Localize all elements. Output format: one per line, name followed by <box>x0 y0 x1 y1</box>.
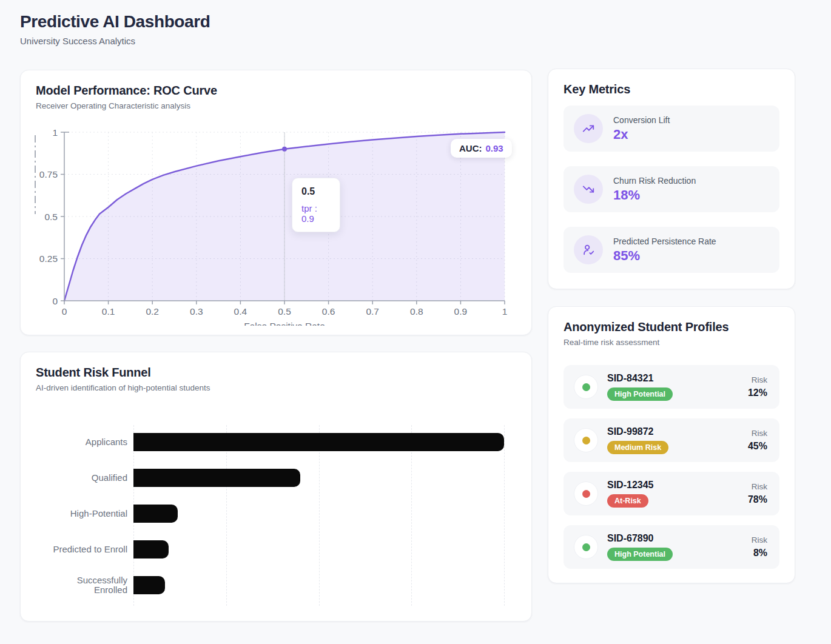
metric-value: 2x <box>613 127 670 143</box>
funnel-gridline <box>411 425 412 606</box>
risk-value: 8% <box>752 548 767 558</box>
student-profiles-title: Anonymized Student Profiles <box>564 320 779 334</box>
funnel-category-label: High-Potential <box>45 505 127 523</box>
auc-label: AUC: <box>459 143 482 153</box>
page-title: Predictive AI Dashboard <box>20 12 210 32</box>
student-info: SID-12345 At-Risk <box>607 480 654 508</box>
student-profiles-card: Anonymized Student Profiles Real-time ri… <box>548 306 795 583</box>
metric-label: Conversion Lift <box>613 115 670 125</box>
svg-text:0.2: 0.2 <box>146 306 159 317</box>
svg-text:0.1: 0.1 <box>102 306 115 317</box>
funnel-chart[interactable]: ApplicantsQualifiedHigh-PotentialPredict… <box>21 352 531 621</box>
page-subtitle: University Success Analytics <box>20 36 210 46</box>
student-info: SID-67890 High Potential <box>607 533 673 561</box>
avatar <box>574 428 598 452</box>
key-metrics-card: Key Metrics Conversion Lift 2x Churn Ris… <box>548 69 795 289</box>
roc-highlight-point <box>282 147 287 152</box>
avatar <box>574 481 598 506</box>
svg-text:0.8: 0.8 <box>410 306 423 317</box>
metric-item: Predicted Persistence Rate 85% <box>564 227 779 273</box>
risk-block: Risk 12% <box>748 375 767 398</box>
chart-tooltip: 0.5 tpr : 0.9 <box>292 178 340 232</box>
risk-block: Risk 45% <box>748 429 767 452</box>
status-badge: At-Risk <box>607 494 648 508</box>
svg-text:1: 1 <box>502 306 508 317</box>
funnel-category-label: Predicted to Enroll <box>45 540 127 558</box>
funnel-gridline <box>319 425 320 606</box>
svg-text:0.5: 0.5 <box>44 212 58 222</box>
trending-up-icon <box>574 114 603 143</box>
user-check-icon <box>574 235 603 264</box>
key-metrics-title: Key Metrics <box>564 82 779 96</box>
funnel-bar[interactable] <box>133 576 165 594</box>
dashboard-page: Predictive AI Dashboard University Succe… <box>0 0 831 644</box>
metric-text: Conversion Lift 2x <box>613 115 670 143</box>
svg-text:1: 1 <box>52 127 58 138</box>
risk-label: Risk <box>748 482 767 491</box>
svg-text:0: 0 <box>62 306 67 317</box>
funnel-bar[interactable] <box>133 505 178 523</box>
student-row[interactable]: SID-12345 At-Risk Risk 78% <box>564 472 779 515</box>
metric-value: 18% <box>613 187 696 203</box>
metrics-list: Conversion Lift 2x Churn Risk Reduction … <box>564 106 779 287</box>
funnel-bar[interactable] <box>133 469 300 487</box>
metric-item: Churn Risk Reduction 18% <box>564 166 779 212</box>
metric-value: 85% <box>613 248 716 264</box>
svg-text:0.5: 0.5 <box>278 306 291 317</box>
student-profiles-subtitle: Real-time risk assessment <box>564 338 779 347</box>
tooltip-tpr-value: tpr : 0.9 <box>301 203 331 224</box>
funnel-bar[interactable] <box>133 540 169 558</box>
student-id: SID-99872 <box>607 426 668 437</box>
roc-chart[interactable]: 00.250.50.75100.10.20.30.40.50.60.70.80.… <box>21 70 533 326</box>
funnel-gridline <box>504 425 505 606</box>
svg-text:0.6: 0.6 <box>322 306 335 317</box>
students-list: SID-84321 High Potential Risk 12% SID-99… <box>564 365 779 579</box>
svg-text:0.75: 0.75 <box>39 169 58 179</box>
status-badge: High Potential <box>607 387 673 401</box>
auc-badge: AUC: 0.93 <box>451 139 512 158</box>
funnel-category-label: Qualified <box>45 469 127 487</box>
auc-value: 0.93 <box>486 143 503 153</box>
student-id: SID-67890 <box>607 533 673 544</box>
student-row[interactable]: SID-99872 Medium Risk Risk 45% <box>564 418 779 462</box>
risk-label: Risk <box>748 375 767 384</box>
svg-text:0.4: 0.4 <box>234 306 247 317</box>
student-row[interactable]: SID-84321 High Potential Risk 12% <box>564 365 779 409</box>
risk-value: 78% <box>748 494 767 505</box>
key-metrics-header: Key Metrics <box>564 82 779 96</box>
status-badge: High Potential <box>607 548 673 561</box>
svg-text:0.7: 0.7 <box>366 306 379 317</box>
funnel-category-label: Successfully Enrolled <box>45 576 127 594</box>
funnel-bar[interactable] <box>133 433 504 451</box>
student-info: SID-99872 Medium Risk <box>607 426 668 454</box>
risk-value: 45% <box>748 441 767 452</box>
status-dot-icon <box>582 437 590 444</box>
metric-text: Predicted Persistence Rate 85% <box>613 236 716 264</box>
svg-text:0.25: 0.25 <box>39 253 58 264</box>
metric-text: Churn Risk Reduction 18% <box>613 176 696 203</box>
avatar <box>574 535 598 559</box>
student-profiles-header: Anonymized Student Profiles Real-time ri… <box>564 320 779 347</box>
status-badge: Medium Risk <box>607 441 668 454</box>
svg-text:0.9: 0.9 <box>454 306 468 317</box>
roc-curve-plot[interactable]: 00.250.50.75100.10.20.30.40.50.60.70.80.… <box>21 70 533 326</box>
risk-value: 12% <box>748 387 767 398</box>
metric-label: Predicted Persistence Rate <box>613 236 716 246</box>
risk-label: Risk <box>752 535 767 545</box>
funnel-category-label: Applicants <box>45 433 127 451</box>
roc-card: Model Performance: ROC Curve Receiver Op… <box>20 70 532 335</box>
trending-down-icon <box>574 175 603 204</box>
funnel-card: Student Risk Funnel AI-driven identifica… <box>20 352 532 622</box>
risk-block: Risk 78% <box>748 482 767 505</box>
status-dot-icon <box>582 383 590 391</box>
status-dot-icon <box>582 543 590 551</box>
student-info: SID-84321 High Potential <box>607 373 673 401</box>
svg-text:0: 0 <box>52 296 58 306</box>
x-axis-label: False Positive Rate <box>244 321 325 326</box>
tooltip-fpr-value: 0.5 <box>301 186 331 197</box>
avatar <box>574 375 598 399</box>
page-header: Predictive AI Dashboard University Succe… <box>20 12 210 46</box>
student-id: SID-84321 <box>607 373 673 384</box>
student-row[interactable]: SID-67890 High Potential Risk 8% <box>564 525 779 569</box>
risk-block: Risk 8% <box>752 535 767 558</box>
